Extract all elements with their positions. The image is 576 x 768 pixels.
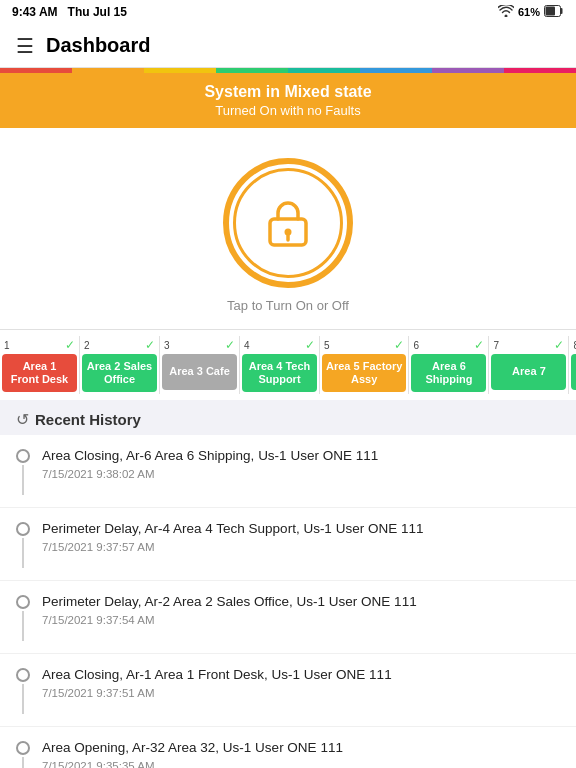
history-item[interactable]: Area Closing, Ar-1 Area 1 Front Desk, Us… (0, 654, 576, 727)
area-item-header: 8 ✓ (569, 336, 576, 354)
area-number: 3 (164, 340, 170, 351)
area-number: 1 (4, 340, 10, 351)
system-banner: System in Mixed state Turned On with no … (0, 73, 576, 128)
areas-row[interactable]: 1 ✓ Area 1Front Desk 2 ✓ Area 2 SalesOff… (0, 329, 576, 400)
lock-inner-circle (233, 168, 343, 278)
timeline-line (22, 611, 24, 641)
area-item-header: 2 ✓ (80, 336, 159, 354)
history-text: Perimeter Delay, Ar-4 Area 4 Tech Suppor… (42, 520, 560, 539)
area-check-icon: ✓ (145, 338, 155, 352)
timeline-line (22, 465, 24, 495)
timeline-col (16, 739, 30, 768)
history-content: Area Closing, Ar-6 Area 6 Shipping, Us-1… (42, 447, 560, 480)
area-item-header: 5 ✓ (320, 336, 408, 354)
history-item[interactable]: Area Closing, Ar-6 Area 6 Shipping, Us-1… (0, 435, 576, 508)
area-item-header: 4 ✓ (240, 336, 319, 354)
timeline-col (16, 520, 30, 568)
area-check-icon: ✓ (554, 338, 564, 352)
timeline-col (16, 447, 30, 495)
area-number: 4 (244, 340, 250, 351)
history-icon: ↺ (16, 410, 29, 429)
history-item[interactable]: Perimeter Delay, Ar-2 Area 2 Sales Offic… (0, 581, 576, 654)
area-label: Area 2 SalesOffice (82, 354, 157, 392)
status-bar: 9:43 AM Thu Jul 15 61% (0, 0, 576, 24)
history-text: Area Closing, Ar-6 Area 6 Shipping, Us-1… (42, 447, 560, 466)
system-state-subtitle: Turned On with no Faults (16, 103, 560, 118)
timeline-line (22, 684, 24, 714)
recent-history-title: Recent History (35, 411, 141, 428)
area-label: Area 5 FactoryAssy (322, 354, 406, 392)
timeline-line (22, 538, 24, 568)
timeline-dot (16, 595, 30, 609)
history-timestamp: 7/15/2021 9:38:02 AM (42, 468, 560, 480)
area-item[interactable]: 3 ✓ Area 3 Cafe (160, 336, 240, 394)
timeline-dot (16, 522, 30, 536)
area-item[interactable]: 6 ✓ Area 6Shipping (409, 336, 489, 394)
area-label: Area 7 (491, 354, 566, 390)
timeline-line (22, 757, 24, 768)
battery-icon (544, 5, 564, 19)
area-number: 6 (413, 340, 419, 351)
history-list: Area Closing, Ar-6 Area 6 Shipping, Us-1… (0, 435, 576, 768)
history-item[interactable]: Area Opening, Ar-32 Area 32, Us-1 User O… (0, 727, 576, 768)
history-content: Area Closing, Ar-1 Area 1 Front Desk, Us… (42, 666, 560, 699)
wifi-icon (498, 5, 514, 19)
lock-container: Tap to Turn On or Off (0, 128, 576, 329)
area-label: Area 3 Cafe (162, 354, 237, 390)
area-check-icon: ✓ (225, 338, 235, 352)
recent-history-section: ↺ Recent History (0, 400, 576, 435)
area-item[interactable]: 1 ✓ Area 1Front Desk (0, 336, 80, 394)
history-timestamp: 7/15/2021 9:35:35 AM (42, 760, 560, 768)
timeline-dot (16, 449, 30, 463)
lock-button[interactable] (223, 158, 353, 288)
lock-icon (258, 193, 318, 253)
area-label: Area 4 TechSupport (242, 354, 317, 392)
area-item-header: 6 ✓ (409, 336, 488, 354)
area-item[interactable]: 7 ✓ Area 7 (489, 336, 569, 394)
system-state-title: System in Mixed state (16, 83, 560, 101)
timeline-col (16, 666, 30, 714)
area-item[interactable]: 8 ✓ Area 8 (569, 336, 576, 394)
svg-rect-1 (546, 7, 556, 16)
status-indicators: 61% (498, 5, 564, 19)
status-time: 9:43 AM Thu Jul 15 (12, 5, 127, 19)
area-check-icon: ✓ (305, 338, 315, 352)
history-content: Perimeter Delay, Ar-2 Area 2 Sales Offic… (42, 593, 560, 626)
battery-text: 61% (518, 6, 540, 18)
area-check-icon: ✓ (65, 338, 75, 352)
history-text: Area Opening, Ar-32 Area 32, Us-1 User O… (42, 739, 560, 758)
area-item-header: 1 ✓ (0, 336, 79, 354)
area-item[interactable]: 5 ✓ Area 5 FactoryAssy (320, 336, 409, 394)
area-item-header: 3 ✓ (160, 336, 239, 354)
timeline-dot (16, 741, 30, 755)
timeline-col (16, 593, 30, 641)
area-label: Area 6Shipping (411, 354, 486, 392)
area-number: 2 (84, 340, 90, 351)
history-item[interactable]: Perimeter Delay, Ar-4 Area 4 Tech Suppor… (0, 508, 576, 581)
history-timestamp: 7/15/2021 9:37:54 AM (42, 614, 560, 626)
history-content: Perimeter Delay, Ar-4 Area 4 Tech Suppor… (42, 520, 560, 553)
area-label: Area 1Front Desk (2, 354, 77, 392)
timeline-dot (16, 668, 30, 682)
area-number: 5 (324, 340, 330, 351)
area-item[interactable]: 4 ✓ Area 4 TechSupport (240, 336, 320, 394)
color-bar (0, 68, 576, 73)
area-item[interactable]: 2 ✓ Area 2 SalesOffice (80, 336, 160, 394)
history-text: Perimeter Delay, Ar-2 Area 2 Sales Offic… (42, 593, 560, 612)
header: ☰ Dashboard (0, 24, 576, 68)
area-item-header: 7 ✓ (489, 336, 568, 354)
area-number: 7 (493, 340, 499, 351)
history-timestamp: 7/15/2021 9:37:57 AM (42, 541, 560, 553)
history-content: Area Opening, Ar-32 Area 32, Us-1 User O… (42, 739, 560, 768)
area-check-icon: ✓ (474, 338, 484, 352)
area-label: Area 8 (571, 354, 576, 390)
page-title: Dashboard (46, 34, 150, 57)
lock-tap-label: Tap to Turn On or Off (227, 298, 349, 313)
history-timestamp: 7/15/2021 9:37:51 AM (42, 687, 560, 699)
history-text: Area Closing, Ar-1 Area 1 Front Desk, Us… (42, 666, 560, 685)
menu-icon[interactable]: ☰ (16, 34, 34, 58)
area-check-icon: ✓ (394, 338, 404, 352)
